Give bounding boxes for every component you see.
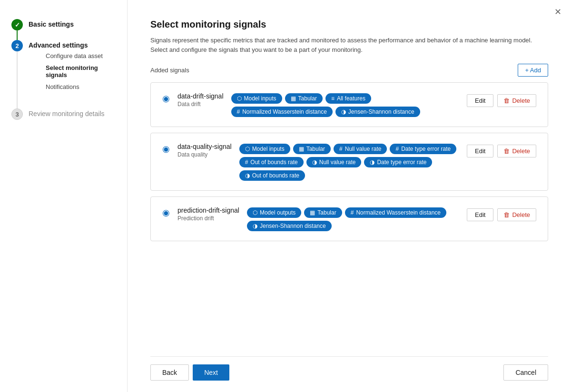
tag-model-inputs-2: ⬡ Model inputs [239,144,290,154]
trash-icon-2: 🗑 [503,147,510,155]
check-icon-5: ◑ [253,223,257,229]
step-2-circle: 2 [11,40,23,51]
next-button[interactable]: Next [193,364,229,381]
signals-list: ◉ data-drift-signal Data drift ⬡ Model i… [150,82,548,349]
signal-actions-data-drift: Edit 🗑 Delete [467,94,536,107]
signal-type-data-quality: Data quality [177,151,232,158]
tag-model-inputs-1: ⬡ Model inputs [231,93,282,104]
sub-step-notifications[interactable]: Notifications [46,82,116,92]
tag-jensen-shannon-2: ◑ Jensen-Shannon distance [247,221,332,231]
signal-name-block-data-drift: data-drift-signal Data drift [177,92,224,108]
signal-name-block-data-quality: data-quality-signal Data quality [177,143,232,158]
sidebar: ✓ Basic settings 2 Advanced settings Con… [0,0,128,392]
page-desc: Signals represent the specific metrics t… [150,36,548,54]
tag-out-of-bounds-rate-outline: ◑ Out of bounds rate [239,170,305,181]
tag-tabular-1: ▦ Tabular [285,93,323,104]
step-3-title: Review monitoring details [29,110,105,118]
step-2-indicator: 2 [11,40,23,108]
signal-type-prediction-drift: Prediction drift [177,215,239,222]
step-3-indicator: 3 [11,108,23,120]
signal-card-data-drift: ◉ data-drift-signal Data drift ⬡ Model i… [150,82,548,127]
delete-button-data-drift[interactable]: 🗑 Delete [497,94,536,107]
hash-icon-1: # [237,108,240,115]
signal-name-block-prediction-drift: prediction-drift-signal Prediction drift [177,206,239,222]
signal-card-data-quality: ◉ data-quality-signal Data quality ⬡ Mod… [150,133,548,191]
hash-icon-3: # [395,146,399,152]
check-icon-1: ◑ [341,108,346,115]
signal-name-data-drift: data-drift-signal [177,92,224,100]
signal-actions-prediction-drift: Edit 🗑 Delete [467,208,536,221]
step-2-title: Advanced settings [29,41,116,49]
tag-date-type-error-rate: # Date type error rate [390,144,456,154]
table-icon-3: ▦ [310,209,315,216]
close-button[interactable]: ✕ [554,7,561,17]
tag-date-type-error-rate-outline: ◑ Date type error rate [364,157,432,167]
equals-icon-1: ≡ [331,95,335,102]
back-button[interactable]: Back [150,364,189,381]
signal-tags-data-drift: ⬡ Model inputs ▦ Tabular ≡ All features … [231,92,460,117]
table-icon-1: ▦ [291,95,296,102]
check-icon-2: ◑ [312,159,317,166]
sub-step-configure-data-asset[interactable]: Configure data asset [46,51,116,61]
add-button[interactable]: + Add [518,64,548,77]
table-icon-2: ▦ [299,146,304,152]
check-icon-3: ◑ [370,159,374,166]
app-container: ✕ ✓ Basic settings 2 Advanced settings C… [0,0,571,392]
page-title: Select monitoring signals [150,19,548,30]
signal-name-prediction-drift: prediction-drift-signal [177,206,239,214]
tag-out-of-bounds-rate: # Out of bounds rate [239,157,304,167]
cube-icon-1: ⬡ [237,95,242,102]
tag-tabular-2: ▦ Tabular [293,144,331,154]
cube-icon-2: ⬡ [245,146,250,152]
edit-button-data-drift[interactable]: Edit [467,94,493,107]
trash-icon-1: 🗑 [503,97,510,104]
tag-normalized-wasserstein-1: # Normalized Wasserstein distance [231,107,333,117]
tag-tabular-3: ▦ Tabular [304,207,342,218]
delete-button-prediction-drift[interactable]: 🗑 Delete [497,208,536,221]
footer: Back Next Cancel [150,356,548,381]
step-3-circle: 3 [11,108,23,120]
delete-button-data-quality[interactable]: 🗑 Delete [497,145,536,157]
footer-left: Back Next [150,364,229,381]
added-signals-row: Added signals + Add [150,64,548,77]
hash-icon-2: # [339,146,343,152]
signal-icon-prediction-drift: ◉ [162,207,170,218]
cancel-button[interactable]: Cancel [503,364,548,381]
signal-actions-data-quality: Edit 🗑 Delete [467,145,536,157]
signal-card-prediction-drift: ◉ prediction-drift-signal Prediction dri… [150,196,548,241]
tag-null-value-rate: # Null value rate [334,144,387,154]
step-1-title: Basic settings [29,20,74,28]
signal-tags-prediction-drift: ⬡ Model outputs ▦ Tabular # Normalized W… [247,206,459,231]
signal-icon-data-drift: ◉ [162,93,170,104]
step-1-circle: ✓ [11,19,23,30]
signal-name-data-quality: data-quality-signal [177,143,232,150]
tag-all-features: ≡ All features [325,93,371,104]
sub-steps: Configure data asset Select monitoring s… [46,51,116,92]
step-1-indicator: ✓ [11,19,23,40]
cube-icon-3: ⬡ [253,209,257,216]
tag-null-value-rate-outline: ◑ Null value rate [306,157,362,167]
added-signals-label: Added signals [150,67,189,74]
tag-jensen-shannon-1: ◑ Jensen-Shannon distance [335,107,420,117]
tag-normalized-wasserstein-2: # Normalized Wasserstein distance [345,207,446,218]
sub-step-select-monitoring-signals[interactable]: Select monitoring signals [46,63,116,80]
check-icon-4: ◑ [245,172,250,179]
signal-left-data-quality: ◉ data-quality-signal Data quality ⬡ Mod… [162,143,459,181]
signal-type-data-drift: Data drift [177,101,224,108]
edit-button-prediction-drift[interactable]: Edit [467,208,493,221]
tag-model-outputs: ⬡ Model outputs [247,207,301,218]
hash-icon-4: # [245,159,248,166]
main-content: Select monitoring signals Signals repres… [128,0,571,392]
trash-icon-3: 🗑 [503,211,510,218]
signal-left-data-drift: ◉ data-drift-signal Data drift ⬡ Model i… [162,92,459,117]
edit-button-data-quality[interactable]: Edit [467,145,493,157]
signal-icon-data-quality: ◉ [162,144,170,154]
signal-tags-data-quality: ⬡ Model inputs ▦ Tabular # Null value ra… [239,143,459,181]
hash-icon-5: # [351,209,354,216]
signal-left-prediction-drift: ◉ prediction-drift-signal Prediction dri… [162,206,459,231]
